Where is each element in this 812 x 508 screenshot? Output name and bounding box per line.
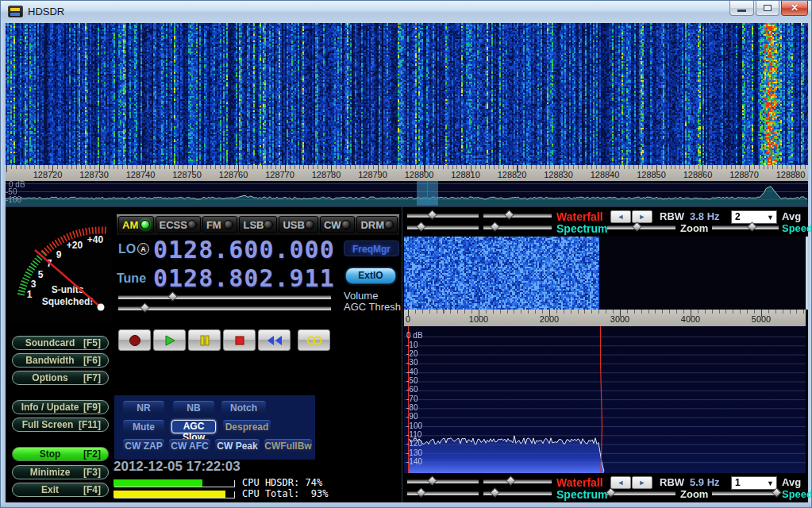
zoom-slider-top[interactable] — [607, 222, 675, 232]
app-icon — [8, 6, 23, 17]
speed-slider-top[interactable] — [712, 222, 779, 232]
record-icon — [129, 334, 141, 347]
extio-button[interactable]: ExtIO — [345, 267, 396, 284]
slider-thumb[interactable] — [490, 221, 500, 232]
frequency-scale[interactable]: 128720 128730 128740 128750 128760 12877… — [6, 165, 808, 181]
rf-spectrum-display[interactable]: 0 dB -50 -100 — [6, 181, 808, 206]
rbw-decrease-button-bottom[interactable]: ◄ — [610, 476, 631, 489]
cw-afc-button[interactable]: CW AFC — [169, 439, 210, 452]
mode-am[interactable]: AM — [118, 216, 154, 233]
cw-zap-button[interactable]: CW ZAP — [123, 439, 164, 452]
waterfall-contrast-slider-bottom[interactable] — [483, 476, 552, 486]
titlebar[interactable]: HDSDR ✕ — [1, 1, 812, 23]
waterfall-brightness-slider-top[interactable] — [407, 210, 479, 220]
nb-button[interactable]: NB — [173, 401, 214, 414]
main-waterfall-display[interactable] — [6, 23, 808, 165]
avg-label-bottom: Avg — [782, 476, 801, 488]
lo-label: LO — [118, 242, 136, 256]
freq-tick-label: 128800 — [405, 170, 434, 179]
slider-thumb[interactable] — [504, 210, 514, 220]
slider-thumb[interactable] — [427, 475, 437, 486]
play-button[interactable] — [153, 329, 186, 351]
hdsdr-window: HDSDR ✕ 128720 128730 128740 128750 1287… — [0, 0, 812, 508]
cw-fullbw-button[interactable]: CWFullBw — [264, 439, 312, 452]
slider-thumb[interactable] — [416, 487, 426, 498]
tuned-frequency-marker[interactable] — [427, 181, 428, 206]
close-button[interactable]: ✕ — [781, 1, 808, 16]
slider-thumb[interactable] — [416, 221, 426, 232]
stop-button[interactable]: Stop[F2] — [12, 447, 109, 461]
waterfall-brightness-slider-bottom[interactable] — [407, 476, 479, 486]
agc-slider-thumb[interactable] — [140, 302, 151, 313]
slider-thumb[interactable] — [490, 487, 500, 498]
slider-thumb[interactable] — [747, 221, 757, 232]
stop-playback-button[interactable] — [223, 329, 256, 351]
svg-text:Squelched!: Squelched! — [42, 296, 94, 307]
db-label: -70 — [406, 395, 418, 403]
spectrum-ref-slider-bottom[interactable] — [407, 488, 479, 498]
db-label: -80 — [406, 404, 418, 412]
agc-slow-button[interactable]: AGC Slow — [171, 420, 216, 433]
tune-frequency-display[interactable]: 0128.802.911 — [153, 264, 335, 292]
mode-fm[interactable]: FM — [202, 216, 238, 233]
led-icon — [264, 220, 273, 229]
exit-button[interactable]: Exit[F4] — [12, 483, 109, 497]
mode-lsb[interactable]: LSB — [239, 216, 277, 233]
record-button[interactable] — [118, 329, 151, 351]
mode-usb[interactable]: USB — [279, 216, 317, 233]
despread-button[interactable]: Despread — [223, 420, 271, 433]
lo-frequency-display[interactable]: 0128.600.000 — [153, 236, 335, 264]
rewind-button[interactable] — [258, 329, 291, 351]
db-label: -40 — [406, 368, 418, 376]
freq-tick-label: 128830 — [544, 170, 573, 179]
volume-slider[interactable] — [118, 292, 331, 302]
spectrum-ref-slider-top[interactable] — [407, 222, 479, 232]
mode-ecss[interactable]: ECSS — [156, 216, 201, 233]
speed-slider-bottom[interactable] — [712, 488, 779, 498]
audio-frequency-scale[interactable]: 0 1000 2000 3000 4000 5000 — [404, 310, 806, 326]
close-icon: ✕ — [791, 2, 799, 13]
freqmgr-button[interactable]: FreqMgr — [344, 241, 399, 256]
audio-waterfall-display[interactable] — [404, 237, 808, 310]
audio-tick-label: 5000 — [752, 314, 771, 324]
fullscreen-button[interactable]: Full Screen[F11] — [12, 418, 109, 432]
info-update-button[interactable]: Info / Update[F9] — [12, 400, 109, 414]
mute-button[interactable]: Mute — [123, 420, 164, 433]
db-label: -100 — [406, 422, 422, 430]
cw-peak-button[interactable]: CW Peak — [215, 439, 260, 452]
spectrum-range-slider-bottom[interactable] — [483, 488, 552, 498]
loop-button[interactable] — [298, 329, 330, 351]
minimize-app-button[interactable]: Minimize[F3] — [12, 465, 109, 479]
slider-thumb[interactable] — [427, 210, 437, 220]
minimize-icon — [737, 10, 746, 12]
rbw-decrease-button-top[interactable]: ◄ — [610, 210, 631, 223]
waterfall-contrast-slider-top[interactable] — [483, 210, 552, 220]
rbw-increase-button-bottom[interactable]: ► — [632, 476, 652, 489]
slider-thumb[interactable] — [506, 475, 516, 486]
main-content: 128720 128730 128740 128750 128760 12877… — [6, 23, 808, 502]
transport-controls — [118, 329, 330, 351]
zoom-slider-bottom[interactable] — [607, 488, 675, 498]
slider-thumb[interactable] — [772, 487, 782, 498]
db-label: -30 — [406, 359, 418, 367]
rbw-increase-button-top[interactable]: ► — [632, 210, 652, 223]
agc-threshold-slider[interactable] — [118, 303, 331, 313]
slider-thumb[interactable] — [632, 221, 642, 232]
notch-button[interactable]: Notch — [221, 401, 266, 414]
bandwidth-button[interactable]: Bandwidth[F6] — [12, 353, 109, 368]
slider-thumb[interactable] — [606, 487, 616, 498]
pause-button[interactable] — [188, 329, 221, 351]
waterfall-label-top: Waterfall — [556, 210, 603, 223]
soundcard-button[interactable]: Soundcard[F5] — [12, 336, 109, 350]
lo-auto-badge[interactable]: A — [137, 243, 149, 255]
minimize-button[interactable] — [729, 1, 754, 16]
nr-button[interactable]: NR — [123, 401, 164, 414]
restore-button[interactable] — [756, 1, 779, 16]
mode-drm[interactable]: DRM — [356, 216, 398, 233]
mode-cw[interactable]: CW — [320, 216, 356, 233]
spectrum-range-slider-top[interactable] — [483, 222, 552, 232]
options-button[interactable]: Options[F7] — [12, 371, 109, 385]
audio-spectrum-display[interactable]: 0 dB -10 -20 -30 -40 -50 -60 -70 -80 -90… — [404, 326, 806, 473]
svg-text:+20: +20 — [67, 240, 83, 251]
volume-slider-thumb[interactable] — [167, 291, 178, 302]
